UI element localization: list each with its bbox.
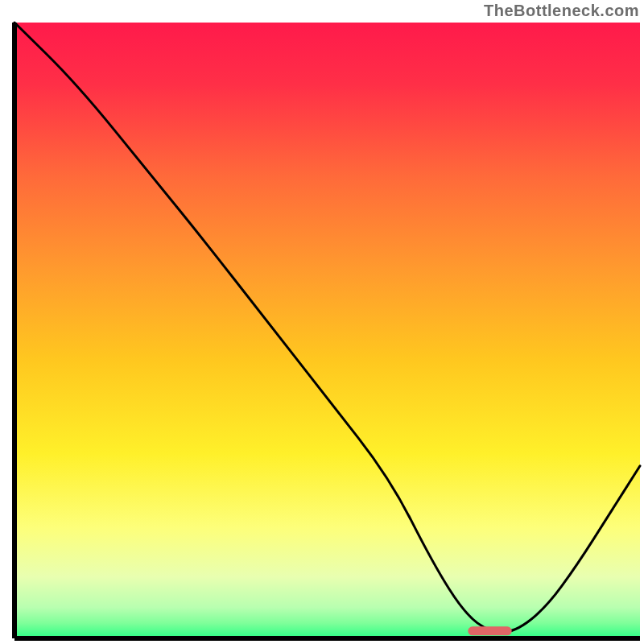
optimal-marker	[468, 626, 511, 635]
chart-background	[14, 23, 640, 638]
watermark-text: TheBottleneck.com	[484, 2, 639, 20]
bottleneck-chart	[0, 0, 644, 644]
chart-container: TheBottleneck.com	[0, 0, 644, 644]
